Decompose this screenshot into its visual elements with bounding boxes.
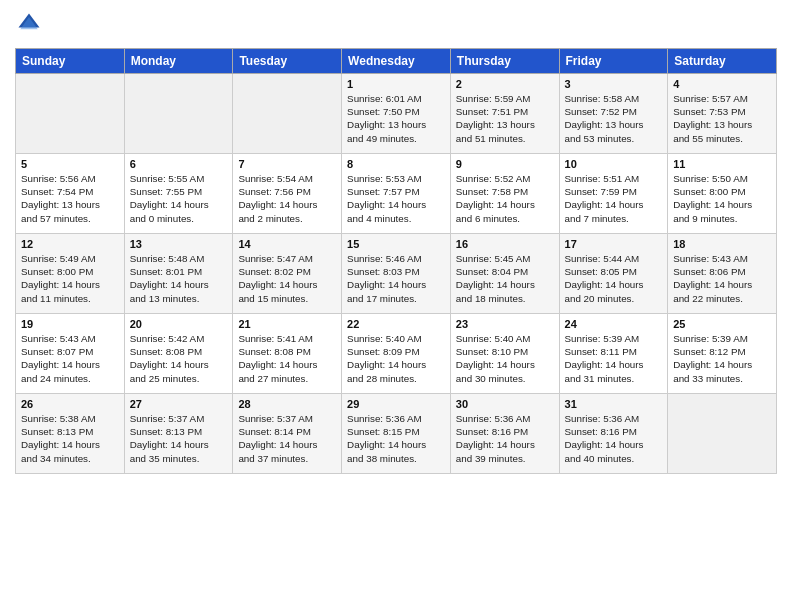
day-cell (124, 74, 233, 154)
weekday-header-tuesday: Tuesday (233, 49, 342, 74)
day-cell: 16Sunrise: 5:45 AM Sunset: 8:04 PM Dayli… (450, 234, 559, 314)
day-number: 31 (565, 398, 663, 410)
week-row-2: 5Sunrise: 5:56 AM Sunset: 7:54 PM Daylig… (16, 154, 777, 234)
day-detail: Sunrise: 5:45 AM Sunset: 8:04 PM Dayligh… (456, 252, 554, 305)
day-cell (16, 74, 125, 154)
calendar-page: SundayMondayTuesdayWednesdayThursdayFrid… (0, 0, 792, 612)
day-number: 24 (565, 318, 663, 330)
day-number: 12 (21, 238, 119, 250)
day-number: 15 (347, 238, 445, 250)
day-cell: 25Sunrise: 5:39 AM Sunset: 8:12 PM Dayli… (668, 314, 777, 394)
day-number: 17 (565, 238, 663, 250)
weekday-header-monday: Monday (124, 49, 233, 74)
day-cell: 7Sunrise: 5:54 AM Sunset: 7:56 PM Daylig… (233, 154, 342, 234)
day-detail: Sunrise: 5:37 AM Sunset: 8:14 PM Dayligh… (238, 412, 336, 465)
day-cell: 14Sunrise: 5:47 AM Sunset: 8:02 PM Dayli… (233, 234, 342, 314)
day-number: 19 (21, 318, 119, 330)
day-detail: Sunrise: 5:55 AM Sunset: 7:55 PM Dayligh… (130, 172, 228, 225)
day-number: 10 (565, 158, 663, 170)
day-number: 8 (347, 158, 445, 170)
weekday-header-sunday: Sunday (16, 49, 125, 74)
day-detail: Sunrise: 5:51 AM Sunset: 7:59 PM Dayligh… (565, 172, 663, 225)
day-number: 16 (456, 238, 554, 250)
day-number: 5 (21, 158, 119, 170)
day-detail: Sunrise: 5:49 AM Sunset: 8:00 PM Dayligh… (21, 252, 119, 305)
week-row-1: 1Sunrise: 6:01 AM Sunset: 7:50 PM Daylig… (16, 74, 777, 154)
header (15, 10, 777, 38)
day-detail: Sunrise: 5:59 AM Sunset: 7:51 PM Dayligh… (456, 92, 554, 145)
weekday-header-saturday: Saturday (668, 49, 777, 74)
day-detail: Sunrise: 5:39 AM Sunset: 8:12 PM Dayligh… (673, 332, 771, 385)
day-detail: Sunrise: 5:41 AM Sunset: 8:08 PM Dayligh… (238, 332, 336, 385)
weekday-header-row: SundayMondayTuesdayWednesdayThursdayFrid… (16, 49, 777, 74)
day-number: 2 (456, 78, 554, 90)
day-number: 6 (130, 158, 228, 170)
day-detail: Sunrise: 5:54 AM Sunset: 7:56 PM Dayligh… (238, 172, 336, 225)
day-cell: 8Sunrise: 5:53 AM Sunset: 7:57 PM Daylig… (342, 154, 451, 234)
day-number: 20 (130, 318, 228, 330)
day-detail: Sunrise: 5:56 AM Sunset: 7:54 PM Dayligh… (21, 172, 119, 225)
calendar-table: SundayMondayTuesdayWednesdayThursdayFrid… (15, 48, 777, 474)
day-cell: 17Sunrise: 5:44 AM Sunset: 8:05 PM Dayli… (559, 234, 668, 314)
day-detail: Sunrise: 5:48 AM Sunset: 8:01 PM Dayligh… (130, 252, 228, 305)
day-cell: 22Sunrise: 5:40 AM Sunset: 8:09 PM Dayli… (342, 314, 451, 394)
day-number: 23 (456, 318, 554, 330)
day-cell: 9Sunrise: 5:52 AM Sunset: 7:58 PM Daylig… (450, 154, 559, 234)
day-detail: Sunrise: 5:39 AM Sunset: 8:11 PM Dayligh… (565, 332, 663, 385)
day-detail: Sunrise: 5:43 AM Sunset: 8:06 PM Dayligh… (673, 252, 771, 305)
day-number: 9 (456, 158, 554, 170)
day-number: 22 (347, 318, 445, 330)
day-number: 18 (673, 238, 771, 250)
day-number: 26 (21, 398, 119, 410)
day-cell: 31Sunrise: 5:36 AM Sunset: 8:16 PM Dayli… (559, 394, 668, 474)
day-number: 30 (456, 398, 554, 410)
week-row-3: 12Sunrise: 5:49 AM Sunset: 8:00 PM Dayli… (16, 234, 777, 314)
day-cell: 19Sunrise: 5:43 AM Sunset: 8:07 PM Dayli… (16, 314, 125, 394)
day-detail: Sunrise: 5:37 AM Sunset: 8:13 PM Dayligh… (130, 412, 228, 465)
day-cell: 24Sunrise: 5:39 AM Sunset: 8:11 PM Dayli… (559, 314, 668, 394)
day-cell: 12Sunrise: 5:49 AM Sunset: 8:00 PM Dayli… (16, 234, 125, 314)
weekday-header-friday: Friday (559, 49, 668, 74)
day-cell: 13Sunrise: 5:48 AM Sunset: 8:01 PM Dayli… (124, 234, 233, 314)
day-number: 25 (673, 318, 771, 330)
day-detail: Sunrise: 5:36 AM Sunset: 8:15 PM Dayligh… (347, 412, 445, 465)
day-number: 1 (347, 78, 445, 90)
day-detail: Sunrise: 5:36 AM Sunset: 8:16 PM Dayligh… (456, 412, 554, 465)
day-number: 7 (238, 158, 336, 170)
day-cell: 6Sunrise: 5:55 AM Sunset: 7:55 PM Daylig… (124, 154, 233, 234)
day-cell: 28Sunrise: 5:37 AM Sunset: 8:14 PM Dayli… (233, 394, 342, 474)
day-cell: 23Sunrise: 5:40 AM Sunset: 8:10 PM Dayli… (450, 314, 559, 394)
weekday-header-thursday: Thursday (450, 49, 559, 74)
day-cell: 4Sunrise: 5:57 AM Sunset: 7:53 PM Daylig… (668, 74, 777, 154)
day-number: 4 (673, 78, 771, 90)
day-cell: 26Sunrise: 5:38 AM Sunset: 8:13 PM Dayli… (16, 394, 125, 474)
day-detail: Sunrise: 5:50 AM Sunset: 8:00 PM Dayligh… (673, 172, 771, 225)
day-number: 28 (238, 398, 336, 410)
day-cell: 18Sunrise: 5:43 AM Sunset: 8:06 PM Dayli… (668, 234, 777, 314)
logo (15, 10, 47, 38)
day-number: 27 (130, 398, 228, 410)
day-detail: Sunrise: 5:53 AM Sunset: 7:57 PM Dayligh… (347, 172, 445, 225)
day-detail: Sunrise: 5:43 AM Sunset: 8:07 PM Dayligh… (21, 332, 119, 385)
day-cell (233, 74, 342, 154)
day-cell: 27Sunrise: 5:37 AM Sunset: 8:13 PM Dayli… (124, 394, 233, 474)
day-detail: Sunrise: 5:57 AM Sunset: 7:53 PM Dayligh… (673, 92, 771, 145)
day-detail: Sunrise: 5:58 AM Sunset: 7:52 PM Dayligh… (565, 92, 663, 145)
day-cell: 15Sunrise: 5:46 AM Sunset: 8:03 PM Dayli… (342, 234, 451, 314)
day-detail: Sunrise: 6:01 AM Sunset: 7:50 PM Dayligh… (347, 92, 445, 145)
day-cell: 20Sunrise: 5:42 AM Sunset: 8:08 PM Dayli… (124, 314, 233, 394)
day-detail: Sunrise: 5:40 AM Sunset: 8:09 PM Dayligh… (347, 332, 445, 385)
day-detail: Sunrise: 5:47 AM Sunset: 8:02 PM Dayligh… (238, 252, 336, 305)
day-detail: Sunrise: 5:44 AM Sunset: 8:05 PM Dayligh… (565, 252, 663, 305)
day-number: 3 (565, 78, 663, 90)
weekday-header-wednesday: Wednesday (342, 49, 451, 74)
day-cell: 3Sunrise: 5:58 AM Sunset: 7:52 PM Daylig… (559, 74, 668, 154)
day-cell: 10Sunrise: 5:51 AM Sunset: 7:59 PM Dayli… (559, 154, 668, 234)
day-detail: Sunrise: 5:38 AM Sunset: 8:13 PM Dayligh… (21, 412, 119, 465)
day-detail: Sunrise: 5:42 AM Sunset: 8:08 PM Dayligh… (130, 332, 228, 385)
week-row-5: 26Sunrise: 5:38 AM Sunset: 8:13 PM Dayli… (16, 394, 777, 474)
day-cell: 1Sunrise: 6:01 AM Sunset: 7:50 PM Daylig… (342, 74, 451, 154)
day-number: 29 (347, 398, 445, 410)
day-detail: Sunrise: 5:36 AM Sunset: 8:16 PM Dayligh… (565, 412, 663, 465)
day-number: 13 (130, 238, 228, 250)
